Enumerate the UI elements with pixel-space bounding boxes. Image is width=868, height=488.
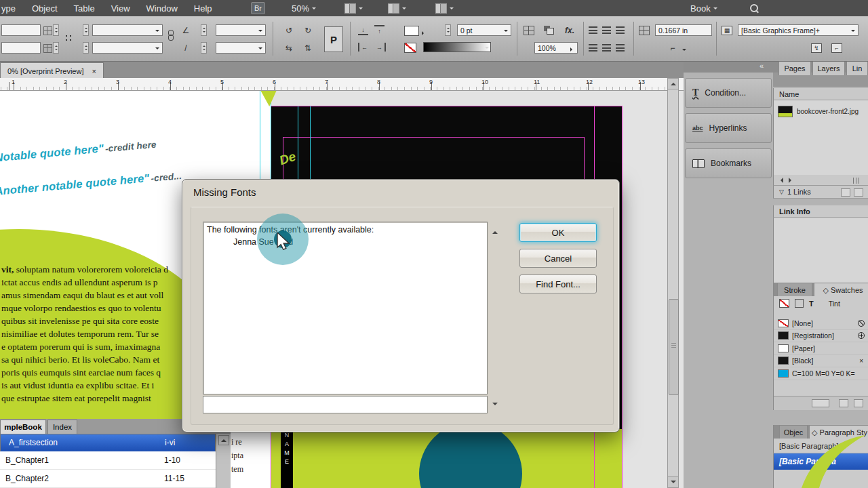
fill-proxy-icon[interactable] bbox=[779, 299, 789, 308]
y-position-field[interactable] bbox=[1, 42, 41, 54]
swatch-row[interactable]: [Registration] bbox=[774, 330, 868, 343]
cancel-button[interactable]: Cancel bbox=[519, 249, 597, 268]
swatch-row[interactable]: [None] bbox=[774, 317, 868, 330]
next-page-icon[interactable] bbox=[789, 178, 794, 183]
scale-x-select[interactable] bbox=[92, 24, 163, 36]
bookmarks-button[interactable]: Bookmarks bbox=[685, 148, 772, 178]
swatch-row[interactable]: [Black]× bbox=[774, 355, 868, 368]
align-right-icon[interactable]: → bbox=[374, 43, 386, 52]
book-document-row[interactable]: B_Chapter11-10 bbox=[0, 451, 216, 470]
view-options-button[interactable] bbox=[344, 0, 363, 16]
y-stepper[interactable] bbox=[53, 42, 59, 54]
rotation-stepper[interactable] bbox=[201, 24, 207, 36]
previous-page-icon[interactable] bbox=[778, 178, 783, 183]
fill-flyout-icon[interactable] bbox=[422, 31, 426, 35]
arrange-documents-button[interactable] bbox=[435, 0, 454, 16]
menu-item-object[interactable]: Object bbox=[32, 3, 58, 14]
stroke-type-select[interactable] bbox=[423, 42, 491, 52]
tab-stroke[interactable]: Stroke bbox=[777, 283, 812, 297]
constrain-proportions-icon[interactable] bbox=[168, 30, 174, 41]
opacity-select[interactable]: 100% bbox=[534, 42, 578, 54]
relink-icon[interactable] bbox=[841, 188, 850, 197]
swatch-view-icon[interactable] bbox=[812, 399, 829, 407]
swatch-row[interactable]: C=100 M=0 Y=0 K= bbox=[774, 367, 868, 380]
align-objects-center-icon[interactable] bbox=[602, 26, 611, 34]
text-affects-icon[interactable]: T bbox=[809, 300, 814, 308]
corner-radius-field[interactable]: 0.1667 in bbox=[655, 24, 712, 36]
effects-icon[interactable]: fx. bbox=[563, 24, 576, 37]
scroll-up-button[interactable] bbox=[490, 227, 500, 237]
vertical-scrollbar[interactable] bbox=[667, 78, 679, 488]
link-info-header[interactable]: Link Info bbox=[773, 205, 868, 218]
link-item[interactable]: bookcover-front2.jpg bbox=[778, 106, 859, 117]
stroke-weight-stepper[interactable] bbox=[445, 24, 451, 36]
stroke-weight-select[interactable]: 0 pt bbox=[457, 24, 511, 36]
x-position-field[interactable] bbox=[1, 24, 41, 36]
collapse-panels-icon[interactable]: « bbox=[760, 62, 764, 70]
search-button[interactable] bbox=[750, 0, 758, 16]
scale-y-stepper[interactable] bbox=[83, 42, 89, 54]
x-stepper[interactable] bbox=[53, 24, 59, 36]
rotation-angle-select[interactable] bbox=[216, 24, 266, 36]
align-objects-right-icon[interactable] bbox=[616, 26, 625, 34]
tab-layers[interactable]: Layers bbox=[812, 61, 845, 75]
scale-y-select[interactable] bbox=[92, 42, 163, 54]
swatch-row[interactable]: [Paper] bbox=[774, 342, 868, 355]
scale-x-stepper[interactable] bbox=[83, 24, 89, 36]
align-objects-left-icon[interactable] bbox=[589, 26, 597, 34]
new-swatch-icon[interactable] bbox=[839, 399, 848, 407]
graphics-frame-style-select[interactable]: [Basic Graphics Frame]+ bbox=[738, 24, 859, 36]
distribute-bottom-icon[interactable] bbox=[616, 44, 625, 52]
shear-stepper[interactable] bbox=[201, 42, 207, 54]
book-document-row[interactable]: A_firstsectioni-vi bbox=[0, 434, 216, 451]
book-panel-scrollbar[interactable] bbox=[216, 434, 231, 488]
container-icon[interactable] bbox=[795, 299, 804, 308]
conditional-text-button[interactable]: T Condition... bbox=[685, 78, 772, 108]
bridge-button[interactable]: Br bbox=[251, 0, 265, 16]
find-font-button[interactable]: Find Font... bbox=[519, 274, 597, 293]
select-container-icon[interactable]: P bbox=[324, 26, 343, 52]
book-document-row[interactable]: B_Chapter211-15 bbox=[0, 470, 216, 488]
shear-angle-select[interactable] bbox=[216, 42, 266, 54]
corner-options-icon[interactable]: ⌐ bbox=[666, 42, 679, 54]
scroll-up-button[interactable] bbox=[218, 435, 229, 445]
scroll-up-button[interactable] bbox=[668, 79, 678, 89]
links-count-row[interactable]: ▽ 1 Links bbox=[773, 186, 868, 199]
flip-vertical-icon[interactable]: ⇅ bbox=[301, 42, 315, 54]
ok-button[interactable]: OK bbox=[519, 223, 597, 242]
rotate-ccw-icon[interactable]: ↺ bbox=[282, 24, 296, 37]
reference-point-proxy[interactable] bbox=[64, 33, 74, 43]
tab-swatches[interactable]: ◇Swatches bbox=[814, 283, 868, 297]
tab-links[interactable]: Lin bbox=[846, 61, 868, 75]
menu-item-ype[interactable]: ype bbox=[1, 3, 16, 14]
go-to-link-icon[interactable] bbox=[854, 188, 863, 197]
menu-item-help[interactable]: Help bbox=[194, 3, 212, 14]
panel-options-icon[interactable]: ⌐ bbox=[831, 43, 842, 53]
missing-fonts-listbox[interactable]: The following fonts aren't currently ava… bbox=[203, 222, 488, 394]
menu-item-table[interactable]: Table bbox=[74, 3, 95, 14]
quick-apply-icon[interactable]: ↯ bbox=[811, 43, 822, 53]
tab-index[interactable]: Index bbox=[47, 420, 77, 434]
stroke-none-icon[interactable] bbox=[404, 43, 416, 53]
rotate-cw-icon[interactable]: ↻ bbox=[301, 24, 315, 37]
scroll-down-button[interactable] bbox=[490, 399, 500, 409]
workspace-select[interactable]: Book bbox=[690, 0, 717, 16]
align-top-icon[interactable]: ↑ bbox=[374, 25, 384, 35]
fill-swatch[interactable] bbox=[404, 26, 419, 36]
zoom-level-select[interactable]: 50% bbox=[292, 0, 316, 16]
resize-grip-icon[interactable] bbox=[853, 178, 861, 184]
align-left-icon[interactable]: ← bbox=[358, 43, 370, 52]
screen-mode-button[interactable] bbox=[388, 0, 406, 16]
menu-item-view[interactable]: View bbox=[111, 3, 130, 14]
close-icon[interactable]: × bbox=[92, 67, 96, 75]
menu-item-window[interactable]: Window bbox=[146, 3, 178, 14]
align-bottom-icon[interactable]: ↓ bbox=[358, 25, 368, 35]
scrollbar-thumb[interactable] bbox=[669, 299, 679, 395]
delete-swatch-icon[interactable] bbox=[854, 399, 863, 407]
tab-samplebook[interactable]: mpleBook bbox=[0, 420, 46, 434]
frame-fitting-icon[interactable] bbox=[524, 26, 534, 35]
tab-pages[interactable]: Pages bbox=[778, 61, 811, 75]
scroll-down-button[interactable] bbox=[668, 476, 678, 487]
document-tab[interactable]: 0% [Overprint Preview] × bbox=[0, 62, 104, 79]
flip-horizontal-icon[interactable]: ⇆ bbox=[282, 42, 296, 54]
